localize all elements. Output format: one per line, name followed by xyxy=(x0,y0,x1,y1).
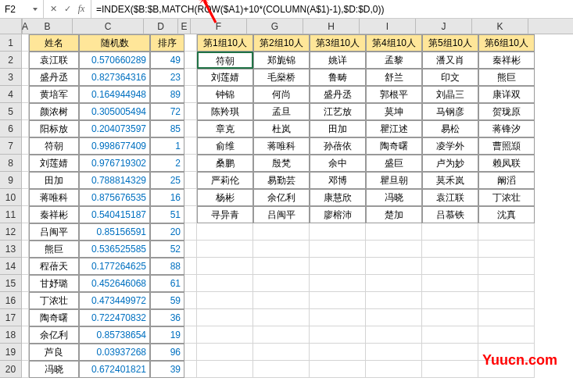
rank-cell[interactable]: 51 xyxy=(150,206,184,223)
cell[interactable] xyxy=(22,86,29,103)
random-cell[interactable]: 0.85156591 xyxy=(79,223,150,241)
empty-cell[interactable] xyxy=(310,361,366,378)
cell[interactable] xyxy=(184,69,197,86)
random-cell[interactable]: 0.570660289 xyxy=(79,52,150,69)
rank-cell[interactable]: 19 xyxy=(150,326,184,344)
random-cell[interactable]: 0.788814329 xyxy=(79,172,150,189)
group-cell[interactable]: 冯晓 xyxy=(366,189,422,206)
cell[interactable] xyxy=(22,361,29,378)
cell[interactable] xyxy=(184,223,197,241)
name-cell[interactable]: 甘妤璐 xyxy=(29,275,79,292)
cell[interactable] xyxy=(22,120,29,137)
empty-cell[interactable] xyxy=(310,223,366,241)
group-cell[interactable]: 余亿利 xyxy=(253,189,310,206)
random-cell[interactable]: 0.85738654 xyxy=(79,326,150,344)
name-cell[interactable]: 符朝 xyxy=(29,137,79,155)
row-header[interactable]: 15 xyxy=(0,275,22,292)
row-header[interactable]: 20 xyxy=(0,361,22,378)
name-cell[interactable]: 颜浓树 xyxy=(29,103,79,120)
cell[interactable] xyxy=(184,189,197,206)
cell[interactable] xyxy=(184,275,197,292)
empty-cell[interactable] xyxy=(197,309,253,326)
group-cell[interactable]: 潘又肖 xyxy=(422,52,478,69)
name-box[interactable]: F2 xyxy=(0,0,44,18)
name-cell[interactable]: 刘莲婧 xyxy=(29,155,79,172)
group-cell[interactable]: 凌学外 xyxy=(422,137,478,155)
formula-input[interactable]: =INDEX($B:$B,MATCH(ROW($A1)+10*(COLUMN(A… xyxy=(91,0,573,18)
select-all-corner[interactable] xyxy=(0,19,22,34)
name-cell[interactable]: 余亿利 xyxy=(29,326,79,344)
group-cell[interactable]: 楚加 xyxy=(366,206,422,223)
cell[interactable] xyxy=(184,344,197,361)
cell[interactable] xyxy=(184,103,197,120)
group-cell[interactable]: 易勤芸 xyxy=(253,172,310,189)
empty-cell[interactable] xyxy=(310,292,366,309)
empty-cell[interactable] xyxy=(310,344,366,361)
random-cell[interactable]: 0.976719302 xyxy=(79,155,150,172)
cell[interactable] xyxy=(184,155,197,172)
empty-cell[interactable] xyxy=(478,258,535,275)
empty-cell[interactable] xyxy=(478,223,535,241)
cell[interactable] xyxy=(22,326,29,344)
random-cell[interactable]: 0.722470832 xyxy=(79,309,150,326)
group-cell[interactable]: 寻异青 xyxy=(197,206,253,223)
name-cell[interactable]: 蒋唯科 xyxy=(29,189,79,206)
random-cell[interactable]: 0.03937268 xyxy=(79,344,150,361)
cell[interactable] xyxy=(22,206,29,223)
empty-cell[interactable] xyxy=(422,292,478,309)
cell[interactable] xyxy=(184,34,197,52)
empty-cell[interactable] xyxy=(197,223,253,241)
name-cell[interactable]: 熊巨 xyxy=(29,241,79,258)
random-cell[interactable]: 0.473449972 xyxy=(79,292,150,309)
group-cell[interactable]: 蒋锋汐 xyxy=(478,120,535,137)
name-cell[interactable]: 程蓓天 xyxy=(29,258,79,275)
cell[interactable] xyxy=(22,275,29,292)
cell[interactable] xyxy=(22,69,29,86)
empty-cell[interactable] xyxy=(478,241,535,258)
row-header[interactable]: 4 xyxy=(0,86,22,103)
rank-cell[interactable]: 49 xyxy=(150,52,184,69)
group-cell[interactable]: 毛燊桥 xyxy=(253,69,310,86)
name-cell[interactable]: 盛丹丞 xyxy=(29,69,79,86)
empty-cell[interactable] xyxy=(253,241,310,258)
group-cell[interactable]: 邓博 xyxy=(310,172,366,189)
group-cell[interactable]: 康详双 xyxy=(478,86,535,103)
name-cell[interactable]: 田加 xyxy=(29,172,79,189)
group-cell[interactable]: 赖凤联 xyxy=(478,155,535,172)
name-cell[interactable]: 吕闽平 xyxy=(29,223,79,241)
random-cell[interactable]: 0.452646068 xyxy=(79,275,150,292)
group-cell[interactable]: 江艺放 xyxy=(310,103,366,120)
group-cell[interactable]: 郑旎锦 xyxy=(253,52,310,69)
empty-cell[interactable] xyxy=(366,326,422,344)
empty-cell[interactable] xyxy=(478,326,535,344)
group-cell[interactable]: 陶奇曙 xyxy=(366,137,422,155)
header-cell[interactable]: 第5组10人 xyxy=(422,34,478,52)
col-header[interactable]: I xyxy=(360,19,416,34)
cell[interactable] xyxy=(184,52,197,69)
empty-cell[interactable] xyxy=(197,292,253,309)
group-cell[interactable]: 姚详 xyxy=(310,52,366,69)
cell[interactable] xyxy=(184,137,197,155)
cell[interactable] xyxy=(22,137,29,155)
group-cell[interactable]: 郭根平 xyxy=(366,86,422,103)
group-cell[interactable]: 舒兰 xyxy=(366,69,422,86)
cell[interactable] xyxy=(184,172,197,189)
group-cell[interactable]: 吕闽平 xyxy=(253,206,310,223)
row-header[interactable]: 2 xyxy=(0,52,22,69)
cell[interactable] xyxy=(22,292,29,309)
empty-cell[interactable] xyxy=(366,241,422,258)
cancel-icon[interactable]: ✕ xyxy=(47,3,59,16)
rank-cell[interactable]: 61 xyxy=(150,275,184,292)
empty-cell[interactable] xyxy=(366,361,422,378)
col-header[interactable]: G xyxy=(247,19,303,34)
empty-cell[interactable] xyxy=(366,258,422,275)
row-header[interactable]: 13 xyxy=(0,241,22,258)
cell[interactable] xyxy=(184,86,197,103)
group-cell[interactable]: 阚滔 xyxy=(478,172,535,189)
group-cell[interactable]: 杜岚 xyxy=(253,120,310,137)
group-cell[interactable]: 易松 xyxy=(422,120,478,137)
row-header[interactable]: 7 xyxy=(0,137,22,155)
random-cell[interactable]: 0.998677409 xyxy=(79,137,150,155)
cell[interactable] xyxy=(184,309,197,326)
empty-cell[interactable] xyxy=(310,241,366,258)
